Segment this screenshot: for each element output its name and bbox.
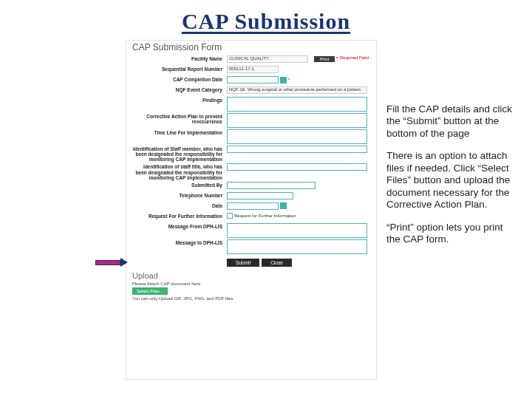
cap-plan-textarea[interactable] xyxy=(227,113,367,128)
row-msg-from: Message From DPH-LIS xyxy=(132,223,370,238)
row-completion: CAP Completion Date * xyxy=(132,76,370,85)
upload-section: Upload Please Attach CAP document here. … xyxy=(126,270,376,304)
row-telephone: Telephone Number xyxy=(132,192,370,201)
row-msg-to: Message to DPH-LIS xyxy=(132,239,370,254)
required-star: * xyxy=(288,78,290,82)
label-submitted-by: Submitted By xyxy=(132,182,227,188)
row-timeline: Time Line For Implementation xyxy=(132,129,370,144)
instruction-p2: There is an option to attach files if ne… xyxy=(386,150,519,211)
row-nqf: NQF Event Category NQF 1E. Wrong surgica… xyxy=(132,86,370,95)
label-findings: Findings xyxy=(132,97,227,103)
telephone-input[interactable] xyxy=(227,192,293,200)
timeline-textarea[interactable] xyxy=(227,129,367,144)
submit-button[interactable]: Submit xyxy=(227,259,259,267)
label-timeline: Time Line For Implementation xyxy=(132,129,227,135)
action-row: Submit Close xyxy=(132,259,370,267)
row-req-info: Request For Further Information Request … xyxy=(132,213,370,222)
form-body: Facility Name CLINICAL QUALITY Print Seq… xyxy=(126,55,376,267)
msg-from-textarea[interactable] xyxy=(227,223,367,238)
row-findings: Findings xyxy=(132,97,370,112)
slide-title: CAP Submission xyxy=(0,0,532,34)
close-button[interactable]: Close xyxy=(262,259,292,267)
row-staff-member: Identification of Staff member, who has … xyxy=(132,146,370,162)
instruction-p3: “Print” option lets you print the CAP fo… xyxy=(386,222,519,246)
row-date: Date xyxy=(132,202,370,211)
label-staff-member: Identification of Staff member, who has … xyxy=(132,146,227,162)
row-cap-plan: Corrective Action Plan to prevent reoccu… xyxy=(132,113,370,128)
upload-heading: Upload xyxy=(132,271,370,280)
completion-date-input[interactable] xyxy=(227,76,279,83)
calendar-icon[interactable] xyxy=(280,77,287,83)
staff-member-input[interactable] xyxy=(227,146,367,153)
row-submitted-by: Submitted By xyxy=(132,182,370,191)
label-msg-from: Message From DPH-LIS xyxy=(132,223,227,229)
label-staff-title: Identification of staff title, who has b… xyxy=(132,163,227,180)
label-nqf: NQF Event Category xyxy=(132,86,227,92)
label-telephone: Telephone Number xyxy=(132,192,227,198)
print-button[interactable]: Print xyxy=(314,56,335,62)
submitted-by-input[interactable] xyxy=(227,182,316,189)
upload-instruction: Please Attach CAP document here. xyxy=(132,282,370,286)
select-files-button[interactable]: Select Files... xyxy=(132,287,168,295)
upload-filetype-note: You can only Upload GIF, JPG, PNG, and P… xyxy=(132,296,370,301)
req-info-check-label: Request for Further Information xyxy=(234,214,296,218)
calendar-icon[interactable] xyxy=(280,202,287,209)
row-staff-title: Identification of staff title, who has b… xyxy=(132,163,370,180)
date-input[interactable] xyxy=(227,202,279,210)
label-facility: Facility Name xyxy=(132,55,227,61)
label-completion: CAP Completion Date xyxy=(132,76,227,82)
row-seq: Sequential Report Number 000111-17-1 xyxy=(132,66,370,75)
form-heading: CAP Submission Form xyxy=(126,41,376,54)
arrow-annotation xyxy=(95,258,129,267)
instruction-sidebar: Fill the CAP details and click the “Subm… xyxy=(386,103,519,256)
findings-textarea[interactable] xyxy=(227,97,367,112)
req-info-checkbox[interactable] xyxy=(227,213,233,219)
nqf-field: NQF 1E. Wrong surgical or other procedur… xyxy=(227,86,367,94)
label-date: Date xyxy=(132,202,227,208)
required-note: * = Required Field xyxy=(333,55,369,60)
label-seq: Sequential Report Number xyxy=(132,66,227,72)
facility-field: CLINICAL QUALITY xyxy=(227,55,308,63)
form-screenshot: CAP Submission Form * = Required Field F… xyxy=(126,40,377,380)
label-msg-to: Message to DPH-LIS xyxy=(132,239,227,245)
instruction-p1: Fill the CAP details and click the “Subm… xyxy=(386,103,519,140)
label-cap-plan: Corrective Action Plan to prevent reoccu… xyxy=(132,113,227,124)
label-req-info: Request For Further Information xyxy=(132,213,227,219)
seq-field: 000111-17-1 xyxy=(227,66,279,73)
msg-to-textarea[interactable] xyxy=(227,239,367,254)
staff-title-input[interactable] xyxy=(227,163,367,171)
